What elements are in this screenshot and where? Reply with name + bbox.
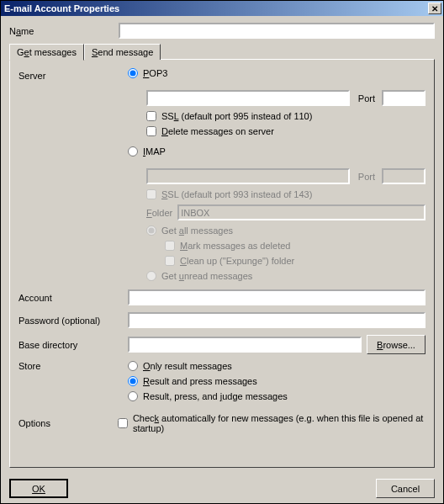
- close-button[interactable]: ✕: [428, 3, 441, 14]
- cleanup-label: Clean up ("Expunge") folder: [180, 256, 294, 266]
- check-auto-checkbox[interactable]: [118, 418, 128, 428]
- store-only-radio[interactable]: [128, 361, 138, 371]
- tab-get-messages[interactable]: Get messages: [9, 44, 84, 61]
- browse-button[interactable]: Browse...: [367, 335, 426, 354]
- cancel-button[interactable]: Cancel: [376, 479, 435, 498]
- get-unread-label: Get unread messages: [161, 271, 252, 281]
- password-label: Password (optional): [18, 316, 128, 326]
- pop3-delete-label: Delete messages on server: [161, 126, 274, 136]
- cleanup-checkbox: [165, 256, 175, 266]
- server-label: Server: [18, 71, 128, 81]
- name-label: Name: [9, 26, 119, 36]
- button-bar: OK Cancel: [1, 474, 443, 504]
- get-unread-radio: [146, 271, 156, 281]
- imap-ssl-checkbox: [146, 189, 156, 199]
- mark-deleted-label: Mark messages as deleted: [180, 241, 290, 251]
- check-auto-label: Check automatically for new messages (e.…: [133, 413, 426, 433]
- imap-folder-label: Folder: [146, 208, 172, 218]
- imap-port-input: [382, 168, 426, 184]
- titlebar: E-mail Account Properties ✕: [1, 1, 443, 16]
- get-all-label: Get all messages: [161, 225, 233, 236]
- store-label: Store: [18, 361, 128, 371]
- account-label: Account: [18, 293, 128, 303]
- store-only-label: Only result messages: [143, 361, 232, 371]
- tab-send-message[interactable]: Send message: [84, 44, 161, 60]
- store-result-press-judge-radio[interactable]: [128, 391, 138, 401]
- imap-port-label: Port: [358, 172, 375, 182]
- imap-label: IMAP: [143, 146, 166, 157]
- close-icon: ✕: [431, 4, 438, 13]
- base-directory-label: Base directory: [18, 340, 128, 350]
- imap-radio[interactable]: [128, 146, 138, 157]
- imap-ssl-label: SSL (default port 993 instead of 143): [161, 189, 312, 199]
- account-input[interactable]: [128, 289, 426, 305]
- window-title: E-mail Account Properties: [3, 3, 119, 13]
- get-all-radio: [146, 225, 156, 236]
- options-label: Options: [18, 418, 118, 428]
- name-input[interactable]: [119, 23, 435, 39]
- tab-strip: Get messages Send message: [9, 44, 435, 60]
- pop3-ssl-checkbox[interactable]: [146, 111, 156, 121]
- pop3-port-input[interactable]: [382, 90, 426, 106]
- pop3-delete-checkbox[interactable]: [146, 126, 156, 136]
- base-directory-input[interactable]: [128, 337, 362, 353]
- pop3-server-input[interactable]: [146, 90, 350, 106]
- store-result-press-radio[interactable]: [128, 376, 138, 386]
- store-result-press-label: Result and press messages: [143, 376, 257, 386]
- pop3-label: POP3: [143, 68, 167, 78]
- pop3-ssl-label: SSL (default port 995 instead of 110): [161, 111, 312, 121]
- get-messages-panel: Server POP3 Port SSL (default port 995 i…: [9, 59, 435, 468]
- mark-deleted-checkbox: [165, 241, 175, 251]
- store-result-press-judge-label: Result, press, and judge messages: [143, 391, 288, 401]
- imap-folder-input: [177, 204, 426, 220]
- imap-server-input: [146, 168, 350, 184]
- password-input[interactable]: [128, 312, 426, 328]
- pop3-port-label: Port: [358, 93, 375, 103]
- pop3-radio[interactable]: [128, 68, 138, 78]
- dialog-body: Name Get messages Send message Server PO…: [1, 16, 443, 474]
- ok-button[interactable]: OK: [9, 479, 68, 498]
